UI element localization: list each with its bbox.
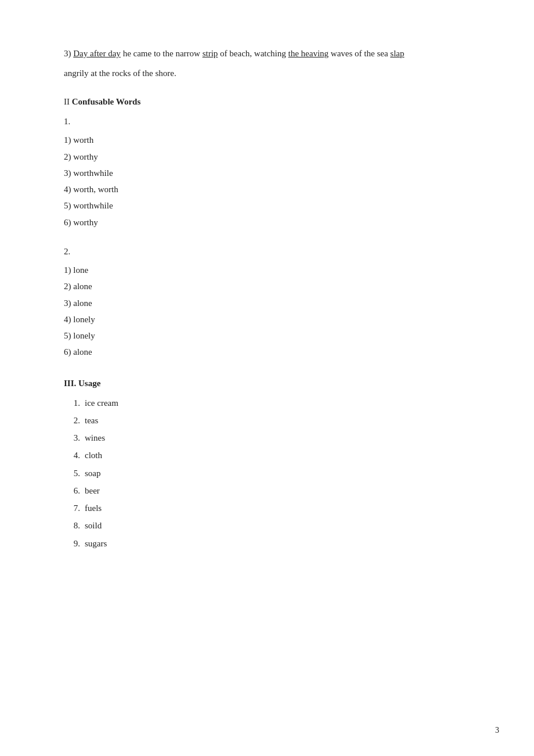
group2-num: 2. xyxy=(64,244,470,259)
section2-title: Confusable Words xyxy=(72,97,141,106)
group1-item1: 1) worth xyxy=(64,132,470,147)
group2-item3: 3) alone xyxy=(64,296,470,311)
usage-text-3: wines xyxy=(85,430,105,445)
usage-text-6: beer xyxy=(85,483,100,498)
group1-item4: 4) worth, worth xyxy=(64,182,470,197)
section2-num: II xyxy=(64,97,70,106)
group2-item2: 2) alone xyxy=(64,279,470,294)
intro-text1: he came to the narrow xyxy=(121,49,203,58)
usage-text-9: sugars xyxy=(85,536,107,551)
group2-item6: 6) alone xyxy=(64,344,470,359)
usage-num-8: 8. xyxy=(64,518,80,533)
page-number: 3 xyxy=(495,726,499,735)
usage-text-1: ice cream xyxy=(85,395,118,411)
usage-item-1: 1. ice cream xyxy=(64,395,470,411)
usage-num-9: 9. xyxy=(64,536,80,551)
section3-heading: III. Usage xyxy=(64,379,470,388)
intro-line2: angrily at the rocks of the shore. xyxy=(64,66,470,81)
intro-prefix: 3) xyxy=(64,49,73,58)
usage-item-3: 3. wines xyxy=(64,430,470,445)
usage-item-6: 6. beer xyxy=(64,483,470,498)
usage-text-7: fuels xyxy=(85,501,102,516)
group2-item4: 4) lonely xyxy=(64,312,470,327)
intro-underline4: slap xyxy=(390,49,404,58)
usage-num-6: 6. xyxy=(64,483,80,498)
intro-underline3: the heaving xyxy=(288,49,329,58)
section-usage: III. Usage 1. ice cream 2. teas 3. wines… xyxy=(64,379,470,551)
usage-item-8: 8. soild xyxy=(64,518,470,533)
group2-item1: 1) lone xyxy=(64,262,470,278)
usage-item-7: 7. fuels xyxy=(64,501,470,516)
page: 3) Day after day he came to the narrow s… xyxy=(0,0,534,756)
group1-item2: 2) worthy xyxy=(64,149,470,164)
section2-heading: II Confusable Words xyxy=(64,97,470,107)
usage-text-2: teas xyxy=(85,413,98,428)
group2-item5: 5) lonely xyxy=(64,328,470,343)
usage-item-4: 4. cloth xyxy=(64,448,470,463)
usage-num-7: 7. xyxy=(64,501,80,516)
usage-num-2: 2. xyxy=(64,413,80,428)
group1-item5: 5) worthwhile xyxy=(64,198,470,213)
group1-item6: 6) worthy xyxy=(64,215,470,230)
usage-num-1: 1. xyxy=(64,395,80,411)
usage-list: 1. ice cream 2. teas 3. wines 4. cloth 5… xyxy=(64,395,470,551)
usage-text-8: soild xyxy=(85,518,102,533)
group1-item3: 3) worthwhile xyxy=(64,165,470,181)
intro-paragraph: 3) Day after day he came to the narrow s… xyxy=(64,46,470,81)
usage-text-4: cloth xyxy=(85,448,102,463)
group1-num: 1. xyxy=(64,114,470,129)
intro-text2: of beach, watching xyxy=(218,49,288,58)
intro-text3: waves of the sea xyxy=(329,49,390,58)
usage-text-5: soap xyxy=(85,466,101,481)
usage-num-3: 3. xyxy=(64,430,80,445)
usage-num-5: 5. xyxy=(64,466,80,481)
group2: 2. 1) lone 2) alone 3) alone 4) lonely 5… xyxy=(64,244,470,360)
usage-item-2: 2. teas xyxy=(64,413,470,428)
intro-line1: 3) Day after day he came to the narrow s… xyxy=(64,46,470,62)
intro-underline2: strip xyxy=(203,49,218,58)
section-confusable-words: II Confusable Words 1. 1) worth 2) worth… xyxy=(64,97,470,360)
group1: 1. 1) worth 2) worthy 3) worthwhile 4) w… xyxy=(64,114,470,230)
usage-item-9: 9. sugars xyxy=(64,536,470,551)
intro-underline1: Day after day xyxy=(73,49,121,58)
usage-num-4: 4. xyxy=(64,448,80,463)
usage-item-5: 5. soap xyxy=(64,466,470,481)
